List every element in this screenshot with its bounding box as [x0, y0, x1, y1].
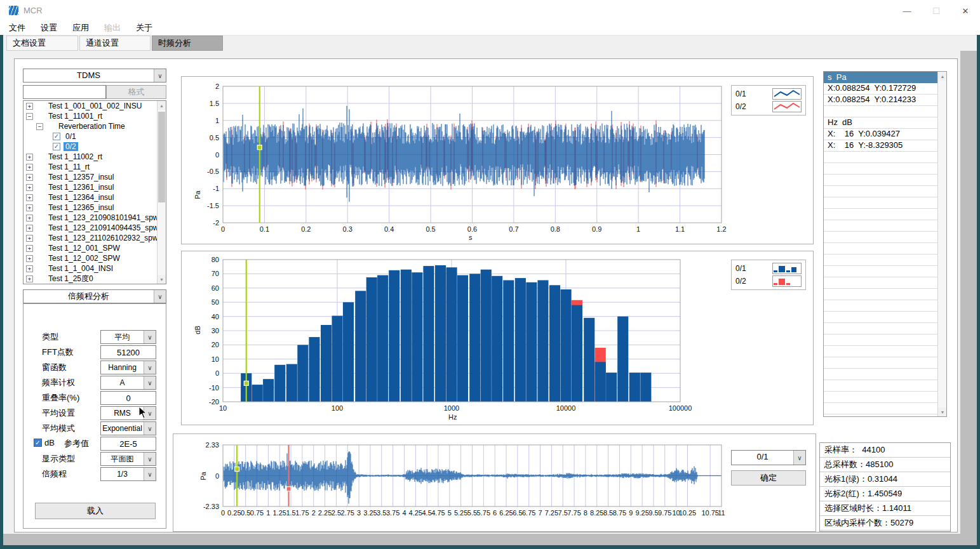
tree-item[interactable]: +Test 1_12357_insul: [23, 172, 166, 182]
setting-input-reference[interactable]: [100, 437, 156, 451]
file-format-select[interactable]: TDMS ∨: [23, 69, 166, 83]
tree-item[interactable]: +Test 1_123_211026102932_spw: [23, 233, 166, 243]
db-checkbox[interactable]: ✓: [34, 439, 42, 447]
setting-select-avg-mode[interactable]: Exponential∨: [100, 421, 156, 435]
tree-scrollbar[interactable]: ▲ ▼: [157, 101, 166, 284]
tree-scrollbar-thumb[interactable]: [158, 112, 165, 202]
scroll-down-icon[interactable]: ▼: [158, 275, 166, 284]
tree-item[interactable]: +Test 1_12365_insul: [23, 202, 166, 213]
expand-icon[interactable]: +: [26, 225, 33, 232]
setting-select-avg-setting[interactable]: RMS∨: [100, 406, 156, 420]
scroll-up-icon[interactable]: ▲: [938, 72, 947, 81]
cursor-readout-row[interactable]: [824, 323, 937, 334]
tree-item[interactable]: +Test 1_12361_insul: [23, 182, 166, 192]
tree-item-label[interactable]: Test 1_001_001_002_INSU: [46, 102, 144, 110]
cursor-readout-row[interactable]: [824, 369, 937, 380]
tree-item[interactable]: +Test 1_12_002_SPW: [23, 253, 166, 263]
scroll-up-icon[interactable]: ▲: [158, 101, 166, 110]
cursor-readout-row[interactable]: [824, 163, 937, 175]
collapse-icon[interactable]: −: [36, 123, 43, 130]
maximize-button[interactable]: ☐: [925, 4, 947, 18]
cursor-readout-row[interactable]: [824, 334, 937, 346]
menu-item-1[interactable]: 设置: [41, 22, 57, 34]
cursor-readout-row[interactable]: [824, 266, 937, 277]
load-button[interactable]: 载入: [35, 503, 156, 519]
expand-icon[interactable]: +: [26, 174, 33, 181]
tab-0[interactable]: 文档设置: [6, 36, 78, 51]
tree-item[interactable]: +Test 1_11_rt: [23, 162, 166, 172]
setting-select-freq-weighting[interactable]: A∨: [100, 376, 156, 390]
cursor-readout-row[interactable]: [824, 152, 937, 163]
tree-item[interactable]: ✓0/1: [23, 131, 166, 142]
file-tree[interactable]: +Test 1_001_001_002_INSU−Test 1_11001_rt…: [23, 100, 166, 284]
cursor-readout-row[interactable]: [824, 312, 937, 323]
expand-icon[interactable]: +: [26, 103, 33, 110]
cursor-readout-row[interactable]: [824, 175, 937, 186]
expand-icon[interactable]: +: [26, 194, 33, 201]
expand-icon[interactable]: +: [26, 154, 33, 161]
cursor-readout-row[interactable]: [824, 186, 937, 197]
cursor-readout-header[interactable]: s Pa: [824, 72, 937, 83]
menu-item-0[interactable]: 文件: [9, 22, 25, 34]
cursor-readout-row[interactable]: [824, 277, 937, 289]
tree-item[interactable]: +Test 1_11002_rt: [23, 152, 166, 162]
tree-item[interactable]: −Test 1_11001_rt: [23, 111, 166, 121]
tree-item-label[interactable]: 0/2: [64, 142, 78, 151]
tree-item-label[interactable]: Test 1_123_211026102932_spw: [46, 234, 160, 242]
cursor-readout-row[interactable]: X:0.088254 Y:0.172729: [824, 83, 937, 95]
cursor-readout-row[interactable]: X: 16 Y:-8.329305: [824, 140, 937, 152]
close-button[interactable]: ✕: [955, 4, 976, 18]
cursor-readout-row[interactable]: [824, 220, 937, 232]
cursor-readout-row[interactable]: [824, 106, 937, 117]
expand-icon[interactable]: +: [26, 215, 33, 222]
setting-select-type[interactable]: 平均∨: [100, 330, 156, 344]
expand-icon[interactable]: +: [26, 275, 33, 282]
setting-input-fft-points[interactable]: [100, 345, 156, 359]
format-button[interactable]: 格式: [106, 85, 166, 99]
tree-item[interactable]: +Test 1_001_001_002_INSU: [23, 101, 166, 111]
tree-item-label[interactable]: Test 1_11002_rt: [46, 152, 104, 161]
minimize-button[interactable]: —: [896, 4, 918, 18]
cursor-readout-row[interactable]: X:0.088254 Y:0.214233: [824, 95, 937, 106]
filter-input[interactable]: [23, 85, 106, 99]
tree-item[interactable]: +Test 1_12364_insul: [23, 192, 166, 202]
tree-item-label[interactable]: 0/1: [64, 132, 78, 141]
tree-item[interactable]: +Test 1_1_004_INSI: [23, 263, 166, 274]
cursor-readout-row[interactable]: [824, 232, 937, 243]
cursor-readout-row[interactable]: [824, 289, 937, 300]
tree-item[interactable]: +Test 1_123_210908101941_spw: [23, 213, 166, 223]
expand-icon[interactable]: +: [26, 235, 33, 242]
expand-icon[interactable]: +: [26, 255, 33, 262]
expand-icon[interactable]: +: [26, 265, 33, 272]
tree-item[interactable]: +Test 1_123_210914094435_spw: [23, 223, 166, 233]
cursor-readout-row[interactable]: [824, 243, 937, 255]
setting-select-window-function[interactable]: Hanning∨: [100, 360, 156, 374]
cursor-readout-row[interactable]: Hz dB: [824, 117, 937, 129]
cursor-readout-row[interactable]: X: 16 Y:0.039427: [824, 129, 937, 140]
cursor-readout-row[interactable]: [824, 255, 937, 266]
tree-item-label[interactable]: Test 1_11001_rt: [46, 112, 104, 121]
menu-item-2[interactable]: 应用: [72, 22, 89, 34]
setting-input-overlap[interactable]: [100, 391, 156, 405]
readout-scrollbar[interactable]: ▲ ▼: [937, 72, 947, 416]
tree-item-label[interactable]: Test 1_12_002_SPW: [46, 254, 122, 263]
analysis-type-select[interactable]: 倍频程分析 ∨: [23, 289, 166, 303]
tree-item-label[interactable]: Reverberation Time: [57, 122, 127, 131]
tree-item-label[interactable]: Test 1_12365_insul: [46, 203, 116, 212]
cursor-readout-row[interactable]: [824, 392, 937, 403]
cursor-readout-row[interactable]: [824, 380, 937, 392]
tree-checkbox[interactable]: ✓: [53, 143, 60, 150]
expand-icon[interactable]: +: [26, 164, 33, 171]
tree-item-label[interactable]: Test 1_11_rt: [46, 162, 91, 171]
expand-icon[interactable]: +: [26, 245, 33, 252]
tab-1[interactable]: 通道设置: [79, 36, 151, 51]
tree-checkbox[interactable]: ✓: [53, 133, 60, 140]
tree-item[interactable]: ✓0/2: [23, 142, 166, 152]
collapse-icon[interactable]: −: [26, 113, 33, 120]
tab-2[interactable]: 时频分析: [152, 36, 223, 51]
setting-select-octave-fraction[interactable]: 1/3∨: [100, 467, 156, 481]
expand-icon[interactable]: +: [26, 184, 33, 191]
cursor-readout-row[interactable]: [824, 403, 937, 414]
tree-item-label[interactable]: Test 1_12364_insul: [46, 193, 116, 202]
cursor-readout-row[interactable]: [824, 209, 937, 220]
